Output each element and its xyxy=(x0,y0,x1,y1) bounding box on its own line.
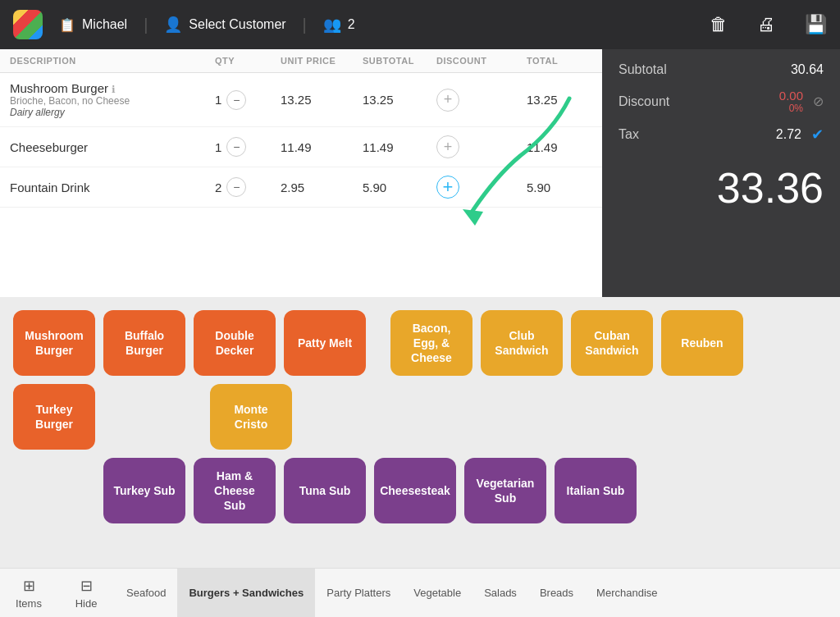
menu-item-monte-cristo[interactable]: Monte Cristo xyxy=(210,384,292,450)
menu-item-club-sandwich[interactable]: Club Sandwich xyxy=(481,310,563,376)
item-description: Brioche, Bacon, no Cheese xyxy=(10,95,215,107)
col-unit-price: UNIT PRICE xyxy=(281,56,363,66)
qty-value: 2 xyxy=(215,181,221,194)
nav-separator: | xyxy=(144,16,148,34)
add-discount-button[interactable]: + xyxy=(436,135,459,158)
col-subtotal: SUBTOTAL xyxy=(363,56,436,66)
item-quantity: 1 − xyxy=(215,90,281,110)
subtotal-label: Subtotal xyxy=(619,62,667,77)
decrease-qty-button[interactable]: − xyxy=(226,177,246,197)
info-icon[interactable]: ℹ xyxy=(112,84,116,95)
subtotal-value: 30.64 xyxy=(791,62,824,77)
col-description: DESCRIPTION xyxy=(10,56,215,66)
subtotal-row: Subtotal 30.64 xyxy=(619,62,824,77)
discount-block-icon[interactable]: ⊘ xyxy=(813,94,824,109)
person-icon: 👤 xyxy=(164,16,182,34)
breads-tab-label: Breads xyxy=(540,587,573,599)
table-row: Cheeseburger 1 − 11.49 11.49 + 11.49 xyxy=(0,127,602,167)
menu-item-mushroom-burger[interactable]: Mushroom Burger xyxy=(13,310,95,376)
nav-separator2: | xyxy=(303,16,307,34)
decrease-qty-button[interactable]: − xyxy=(226,137,246,157)
tax-check-icon[interactable]: ✔ xyxy=(811,126,824,144)
menu-item-vegetarian-sub[interactable]: Vegetarian Sub xyxy=(464,458,546,523)
item-total: 13.25 xyxy=(527,93,592,107)
guest-count: 2 xyxy=(348,17,355,32)
group-icon: 👥 xyxy=(323,16,341,34)
tab-burgers-sandwiches[interactable]: Burgers + Sandwiches xyxy=(177,569,315,617)
total-amount: 33.36 xyxy=(619,155,824,229)
hide-tab-label: Hide xyxy=(75,597,98,610)
item-name: Fountain Drink xyxy=(10,181,215,194)
menu-item-turkey-sub[interactable]: Turkey Sub xyxy=(103,458,185,523)
menu-item-ham-cheese-sub[interactable]: Ham & Cheese Sub xyxy=(194,458,276,523)
merchandise-tab-label: Merchandise xyxy=(596,587,657,599)
item-quantity: 2 − xyxy=(215,177,281,197)
menu-item-buffalo-burger[interactable]: Buffalo Burger xyxy=(103,310,185,376)
item-subtotal: 11.49 xyxy=(363,140,436,154)
party-tab-label: Party Platters xyxy=(326,587,390,599)
item-unit-price: 11.49 xyxy=(281,140,363,154)
add-discount-button[interactable]: + xyxy=(436,176,459,199)
tab-salads[interactable]: Salads xyxy=(472,569,528,617)
tab-vegetable[interactable]: Vegetable xyxy=(402,569,472,617)
seafood-tab-label: Seafood xyxy=(126,587,166,599)
subs-row: Turkey Sub Ham & Cheese Sub Tuna Sub Che… xyxy=(103,458,827,523)
hide-icon: ⊟ xyxy=(80,577,93,595)
app-logo xyxy=(13,10,43,39)
discount-value: 0.00 xyxy=(779,89,803,103)
menu-item-turkey-burger[interactable]: Turkey Burger xyxy=(13,384,95,450)
discount-row: Discount 0.00 0% ⊘ xyxy=(619,89,824,114)
menu-item-double-decker[interactable]: Double Decker xyxy=(194,310,276,376)
save-button[interactable]: 💾 xyxy=(805,14,827,35)
tax-label: Tax xyxy=(619,127,639,142)
nav-order-icon[interactable]: 📋 Michael xyxy=(59,17,127,33)
order-icon: 📋 xyxy=(59,17,75,33)
menu-item-patty-melt[interactable]: Patty Melt xyxy=(284,310,366,376)
guest-count-item[interactable]: 👥 2 xyxy=(323,16,355,34)
item-quantity: 1 − xyxy=(215,137,281,157)
menu-item-tuna-sub[interactable]: Tuna Sub xyxy=(284,458,366,523)
items-tab-label: Items xyxy=(16,597,42,610)
table-row: Fountain Drink 2 − 2.95 5.90 + 5.90 xyxy=(0,167,602,208)
bottom-tabs: ⊞ Items ⊟ Hide Seafood Burgers + Sandwic… xyxy=(0,568,840,617)
menu-item-reuben[interactable]: Reuben xyxy=(661,310,743,376)
item-unit-price: 2.95 xyxy=(281,181,363,194)
select-customer-label: Select Customer xyxy=(189,17,285,32)
user-name: Michael xyxy=(82,17,127,32)
delete-button[interactable]: 🗑 xyxy=(710,14,728,35)
qty-value: 1 xyxy=(215,140,221,154)
salads-tab-label: Salads xyxy=(484,587,517,599)
menu-grid: Mushroom Burger Buffalo Burger Double De… xyxy=(13,310,827,450)
col-qty: QTY xyxy=(215,56,281,66)
item-allergy: Dairy allergy xyxy=(10,107,215,118)
tab-breads[interactable]: Breads xyxy=(528,569,585,617)
vegetable-tab-label: Vegetable xyxy=(413,587,461,599)
item-subtotal: 5.90 xyxy=(363,181,436,194)
menu-item-italian-sub[interactable]: Italian Sub xyxy=(555,458,637,523)
item-name: Mushroom Burger ℹ xyxy=(10,81,215,95)
item-name: Cheeseburger xyxy=(10,140,215,154)
discount-pct: 0% xyxy=(779,103,803,114)
table-header: DESCRIPTION QTY UNIT PRICE SUBTOTAL DISC… xyxy=(0,49,602,73)
tab-hide[interactable]: ⊟ Hide xyxy=(57,569,115,617)
tab-merchandise[interactable]: Merchandise xyxy=(585,569,669,617)
select-customer-button[interactable]: 👤 Select Customer xyxy=(164,16,285,34)
tab-party-platters[interactable]: Party Platters xyxy=(315,569,402,617)
col-discount: DISCOUNT xyxy=(436,56,527,66)
burgers-tab-label: Burgers + Sandwiches xyxy=(189,587,304,599)
menu-area: Mushroom Burger Buffalo Burger Double De… xyxy=(0,297,840,568)
col-total: TOTAL xyxy=(527,56,592,66)
print-button[interactable]: 🖨 xyxy=(757,14,775,35)
add-discount-button[interactable]: + xyxy=(436,89,459,112)
qty-value: 1 xyxy=(215,93,221,107)
table-row: Mushroom Burger ℹ Brioche, Bacon, no Che… xyxy=(0,73,602,127)
decrease-qty-button[interactable]: − xyxy=(226,90,246,110)
tab-seafood[interactable]: Seafood xyxy=(115,569,177,617)
menu-item-cheesesteak[interactable]: Cheesesteak xyxy=(374,458,456,523)
menu-item-cuban-sandwich[interactable]: Cuban Sandwich xyxy=(571,310,653,376)
tax-value: 2.72 xyxy=(776,127,801,142)
tab-items[interactable]: ⊞ Items xyxy=(0,569,57,617)
menu-item-bacon-egg-cheese[interactable]: Bacon, Egg, & Cheese xyxy=(390,310,472,376)
item-total: 11.49 xyxy=(527,140,592,154)
item-unit-price: 13.25 xyxy=(281,93,363,107)
